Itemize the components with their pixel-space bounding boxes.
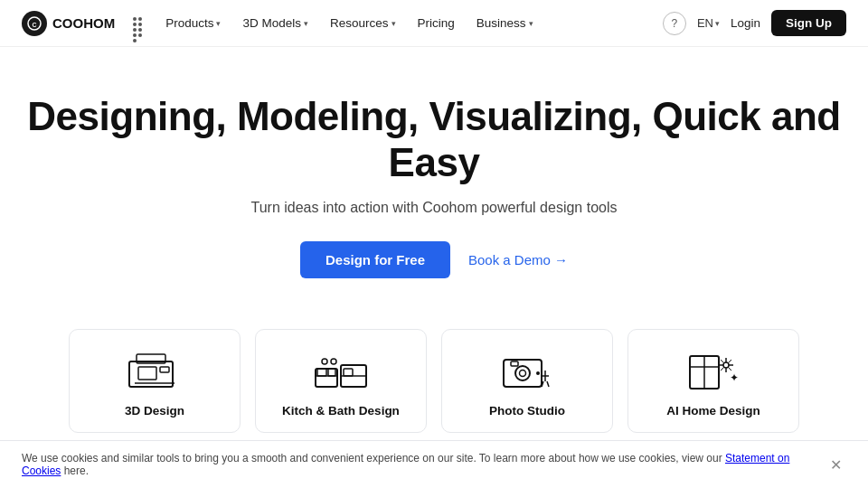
3d-design-icon [126,348,184,393]
app-grid-icon[interactable] [133,17,146,30]
cookie-text: We use cookies and similar tools to brin… [22,452,799,477]
cookie-close-button[interactable]: ✕ [825,454,846,475]
svg-rect-8 [317,369,326,376]
nav-products[interactable]: Products ▾ [156,13,230,33]
nav-business[interactable]: Business ▾ [467,13,542,33]
svg-point-15 [331,359,336,364]
login-button[interactable]: Login [731,16,760,30]
help-button[interactable]: ? [663,12,686,35]
svg-rect-19 [511,361,518,366]
cookie-banner: We use cookies and similar tools to brin… [0,440,868,488]
nav-pricing[interactable]: Pricing [409,13,464,33]
chevron-down-icon: ▾ [529,19,533,28]
svg-point-20 [536,371,540,375]
card-photo-label: Photo Studio [489,404,565,418]
hero-subtitle: Turn ideas into action with Coohom power… [18,200,850,216]
svg-text:C: C [32,21,36,27]
svg-rect-9 [328,369,335,376]
svg-rect-5 [160,367,169,372]
navbar: C COOHOM Products ▾ 3D Models ▾ Resource… [0,0,868,47]
svg-rect-11 [344,369,353,376]
card-3d-label: 3D Design [125,404,184,418]
language-selector[interactable]: EN ▾ [697,16,720,30]
svg-point-18 [520,371,526,377]
hero-buttons: Design for Free Book a Demo → [18,241,850,278]
logo-icon: C [22,11,47,36]
hero-section: Designing, Modeling, Visualizing, Quick … [0,47,868,304]
card-3d-design[interactable]: 3D Design [69,329,241,433]
svg-point-32 [723,362,729,368]
nav-right: ? EN ▾ Login Sign Up [663,10,846,36]
kitch-bath-icon [312,348,370,393]
svg-point-17 [515,366,530,380]
ai-home-icon: ✦ [684,348,742,393]
photo-studio-icon [498,348,556,393]
feature-cards: 3D Design Kitch & Bath Design [0,304,868,451]
chevron-down-icon: ▾ [216,19,221,28]
nav-3dmodels[interactable]: 3D Models ▾ [233,13,317,33]
card-photo-studio[interactable]: Photo Studio [441,329,613,433]
book-demo-button[interactable]: Book a Demo → [468,252,568,267]
svg-rect-4 [138,367,156,380]
logo[interactable]: C COOHOM [22,11,115,36]
card-ai-label: AI Home Design [666,404,760,418]
chevron-down-icon: ▾ [715,19,720,28]
svg-rect-16 [504,360,542,387]
signup-button[interactable]: Sign Up [771,10,846,36]
logo-text: COOHOM [52,15,115,31]
svg-text:✦: ✦ [730,371,739,384]
nav-resources[interactable]: Resources ▾ [321,13,405,33]
svg-line-24 [547,381,549,387]
card-kitch-label: Kitch & Bath Design [282,404,400,418]
nav-links: Products ▾ 3D Models ▾ Resources ▾ Prici… [156,13,542,33]
svg-point-14 [322,359,327,364]
chevron-down-icon: ▾ [392,19,396,28]
chevron-down-icon: ▾ [304,19,308,28]
card-kitch-bath[interactable]: Kitch & Bath Design [255,329,427,433]
design-free-button[interactable]: Design for Free [300,241,450,278]
hero-title: Designing, Modeling, Visualizing, Quick … [18,94,850,185]
card-ai-home[interactable]: ✦ AI Home Design [627,329,799,433]
